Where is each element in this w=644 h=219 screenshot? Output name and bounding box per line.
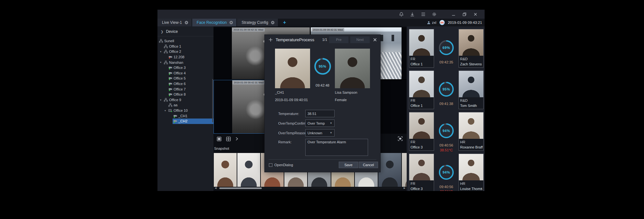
temperature-value: 38.51°C bbox=[440, 148, 453, 152]
video-osd-timestamp: 2019-01-09 09:42:31 Wed bbox=[312, 28, 344, 32]
captured-face-card[interactable]: FR Office 3 bbox=[409, 112, 434, 151]
tree-item-aa[interactable]: aa bbox=[157, 102, 213, 108]
matched-person-photo bbox=[459, 71, 483, 97]
tree-item-12-208[interactable]: 12.208 bbox=[157, 54, 213, 60]
next-button[interactable]: Next bbox=[350, 36, 370, 43]
captured-face-photo bbox=[275, 49, 310, 88]
person-name: Tom Smith bbox=[459, 103, 483, 109]
system-clock: 2019-01-09 09:43:21 bbox=[448, 21, 482, 24]
user-account[interactable]: zxl bbox=[427, 21, 436, 24]
match-time: 09:40:56 bbox=[440, 143, 453, 147]
sidebar-scrollbar[interactable] bbox=[212, 79, 213, 122]
captured-face-card[interactable]: FR Office 1 bbox=[409, 71, 434, 109]
tree-item-office-5[interactable]: Office 5 bbox=[157, 76, 213, 81]
tab-close-icon[interactable] bbox=[271, 21, 275, 24]
tree-item-office-3[interactable]: Office 3 bbox=[157, 65, 213, 71]
group-label: FR bbox=[409, 56, 434, 62]
location-label: Office 3 bbox=[409, 145, 434, 150]
maximize-button[interactable] bbox=[459, 10, 470, 19]
snapshot-thumbnail[interactable] bbox=[237, 153, 260, 187]
captured-face-photo bbox=[409, 154, 434, 180]
pre-button[interactable]: Pre bbox=[329, 36, 348, 43]
overtempconfim-select[interactable]: Over Temp ▼ bbox=[305, 119, 335, 127]
move-icon[interactable] bbox=[269, 38, 273, 42]
tab-strategy-config[interactable]: Strategy Config bbox=[237, 19, 278, 26]
similarity-percent: 95% bbox=[314, 57, 332, 75]
expand-arrow-icon[interactable]: ▾ bbox=[160, 50, 161, 53]
tree-item-ch2-selected[interactable]: _CH2 bbox=[157, 119, 213, 124]
captured-face-photo bbox=[409, 71, 434, 97]
app-window: Live View-1 Face Recognition Strategy Co… bbox=[157, 10, 485, 191]
snapshot-thumbnail[interactable] bbox=[402, 153, 407, 187]
cancel-button[interactable]: Cancel bbox=[359, 162, 378, 168]
settings-gear-icon[interactable] bbox=[429, 10, 440, 19]
tree-item-office-9[interactable]: ▾Office 9 bbox=[157, 97, 213, 103]
dialog-footer: OpenDialog Save Cancel bbox=[265, 162, 380, 168]
matched-person-card[interactable]: R&D Tom Smith bbox=[459, 71, 484, 109]
matched-person-photo bbox=[459, 29, 483, 56]
quad-view-icon[interactable] bbox=[226, 137, 231, 141]
scroll-left-icon[interactable]: ◀ bbox=[215, 187, 216, 189]
expand-arrow-icon[interactable]: ▾ bbox=[160, 99, 161, 101]
dialog-title: TemperatureProcess bbox=[276, 37, 314, 42]
similarity-gauge: 95% bbox=[314, 57, 332, 75]
scroll-down-indicator[interactable]: ▼ bbox=[480, 187, 483, 190]
match-time: 09:40:56 bbox=[440, 185, 453, 189]
matched-person-card[interactable]: HR Louise Thoms bbox=[459, 154, 484, 191]
opendialog-checkbox-wrap[interactable]: OpenDialog bbox=[269, 163, 293, 167]
location-label: Office 3 bbox=[409, 186, 434, 191]
device-tree-header[interactable]: ❯ Device bbox=[157, 28, 213, 35]
captured-face-card[interactable]: FR Office 1 bbox=[409, 29, 434, 68]
minimize-button[interactable] bbox=[448, 10, 459, 19]
remark-label: Remark: bbox=[278, 139, 305, 144]
similarity-gauge: 94% bbox=[438, 164, 454, 180]
snapshot-scrollbar[interactable]: ◀ ▶ bbox=[213, 187, 407, 189]
match-time: 09:42:35 bbox=[440, 60, 453, 64]
tree-item-nanshan[interactable]: ▾Nanshan bbox=[157, 60, 213, 65]
tree-item-sunell[interactable]: Sunell bbox=[157, 38, 213, 44]
expand-arrow-icon[interactable]: ▾ bbox=[165, 109, 166, 112]
fullscreen-icon[interactable] bbox=[398, 136, 403, 142]
tree-item-ch1[interactable]: _CH1 bbox=[157, 113, 213, 119]
download-icon[interactable] bbox=[407, 10, 418, 19]
new-tab-button[interactable]: + bbox=[279, 19, 290, 26]
tab-face-recognition[interactable]: Face Recognition bbox=[192, 19, 236, 26]
expand-arrow-icon[interactable]: ▾ bbox=[160, 61, 161, 64]
captured-channel: _CH1 bbox=[275, 90, 310, 96]
tree-item-office-8[interactable]: Office 8 bbox=[157, 92, 213, 97]
single-view-icon[interactable] bbox=[217, 137, 222, 141]
overtempreason-label: OverTempReason: bbox=[278, 131, 305, 135]
matched-person-card[interactable]: HR Roxanne Braff bbox=[459, 112, 484, 151]
snapshot-thumbnail[interactable] bbox=[378, 153, 401, 187]
tab-close-icon[interactable] bbox=[185, 21, 188, 24]
menu-icon[interactable] bbox=[418, 10, 429, 19]
snapshot-thumbnail[interactable] bbox=[214, 153, 237, 187]
matched-person-card[interactable]: R&D Zach Stevens bbox=[459, 29, 484, 68]
overtempreason-select[interactable]: Unknown ▼ bbox=[305, 129, 335, 137]
notification-bell-icon[interactable] bbox=[396, 10, 407, 19]
person-name: Lisa Sampson bbox=[335, 90, 370, 96]
dialog-close-icon[interactable] bbox=[373, 38, 377, 42]
temperature-input[interactable] bbox=[305, 110, 335, 117]
tab-close-icon[interactable] bbox=[229, 21, 233, 24]
tree-item-office-4[interactable]: Office 4 bbox=[157, 71, 213, 76]
captured-face-card[interactable]: FR Office 3 bbox=[409, 154, 434, 191]
remark-textarea[interactable] bbox=[305, 139, 368, 156]
tab-live-view-1[interactable]: Live View-1 bbox=[157, 19, 192, 26]
tree-item-office-10[interactable]: ▾Office 10 bbox=[157, 108, 213, 113]
close-button[interactable] bbox=[470, 10, 481, 19]
tree-item-office-6[interactable]: Office 6 bbox=[157, 81, 213, 87]
user-icon bbox=[427, 21, 431, 24]
next-layout-icon[interactable] bbox=[235, 137, 238, 141]
scroll-right-icon[interactable]: ▶ bbox=[404, 187, 405, 189]
scrollbar-thumb[interactable] bbox=[219, 187, 262, 189]
checkbox-icon[interactable] bbox=[269, 163, 272, 167]
tree-item-office-7[interactable]: Office 7 bbox=[157, 86, 213, 92]
tree-item-office-2[interactable]: ▾Office 2 bbox=[157, 49, 213, 54]
device-header-label: Device bbox=[166, 29, 178, 34]
chevron-down-icon: ▼ bbox=[330, 122, 332, 125]
tree-item-office-1[interactable]: Office 1 bbox=[157, 44, 213, 49]
matched-person-photo bbox=[335, 49, 370, 88]
save-button[interactable]: Save bbox=[339, 162, 358, 168]
temperature-badge[interactable]: 66 bbox=[440, 20, 445, 25]
